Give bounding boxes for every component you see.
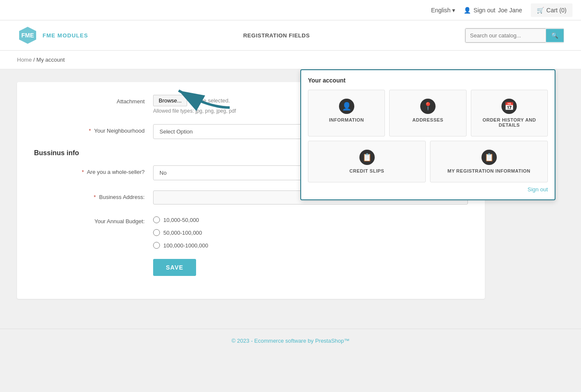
budget-radio-1[interactable] xyxy=(153,216,160,223)
registration-info-label: MY REGISTRATION INFORMATION xyxy=(447,168,530,173)
budget-label-2: 50,000-100,000 xyxy=(163,230,202,236)
dropdown-signout-link[interactable]: Sign out xyxy=(527,186,548,193)
file-name-label: No file selected. xyxy=(191,97,230,104)
budget-radio-3[interactable] xyxy=(153,242,160,249)
addresses-icon: 📍 xyxy=(420,99,436,114)
search-input[interactable] xyxy=(465,28,546,43)
account-item-credit-slips[interactable]: 📋 CREDIT SLIPS xyxy=(308,141,426,182)
signout-label: Sign out xyxy=(473,7,495,14)
budget-option-2[interactable]: 50,000-100,000 xyxy=(153,229,468,236)
dropdown-signout: Sign out xyxy=(308,182,548,193)
footer: © 2023 - Ecommerce software by PrestaSho… xyxy=(0,329,581,352)
attachment-label: Attachment xyxy=(34,95,153,105)
credit-slips-label: CREDIT SLIPS xyxy=(350,168,384,173)
account-grid-top: 👤 INFORMATION 📍 ADDRESSES 📅 ORDER HISTOR… xyxy=(308,90,548,136)
header: FME FME MODULES REGISTRATION FIELDS 🔍 xyxy=(0,20,581,51)
account-dropdown: Your account 👤 INFORMATION 📍 ADDRESSES 📅… xyxy=(300,69,555,200)
search-bar: 🔍 xyxy=(465,28,564,43)
budget-radio-2[interactable] xyxy=(153,229,160,236)
account-item-information[interactable]: 👤 INFORMATION xyxy=(308,90,385,136)
budget-label-1: 10,000-50,000 xyxy=(163,217,199,223)
user-icon: 👤 xyxy=(464,7,471,14)
language-selector[interactable]: English ▾ xyxy=(431,7,455,14)
addresses-label: ADDRESSES xyxy=(413,117,444,122)
footer-text: © 2023 - Ecommerce software by PrestaSho… xyxy=(231,338,350,344)
cart-icon: 🛒 xyxy=(537,7,544,14)
save-row: SAVE xyxy=(34,259,468,276)
main-content: Your account 👤 INFORMATION 📍 ADDRESSES 📅… xyxy=(0,69,581,312)
breadcrumb: Home / My account xyxy=(0,51,581,69)
registration-info-icon: 📋 xyxy=(481,150,497,165)
credit-slips-icon: 📋 xyxy=(359,150,375,165)
browse-button[interactable]: Browse... xyxy=(153,95,187,106)
save-button[interactable]: SAVE xyxy=(153,259,196,276)
nav-links: REGISTRATION FIELDS xyxy=(243,32,310,39)
annual-budget-control: 10,000-50,000 50,000-100,000 100,000-100… xyxy=(153,215,468,249)
budget-option-3[interactable]: 100,000-1000,000 xyxy=(153,242,468,249)
nav-registration-fields[interactable]: REGISTRATION FIELDS xyxy=(243,32,310,39)
account-item-order-history[interactable]: 📅 ORDER HISTORY AND DETAILS xyxy=(471,90,548,136)
search-button[interactable]: 🔍 xyxy=(546,29,564,42)
username-label: Joe Jane xyxy=(498,7,522,14)
signout-area[interactable]: 👤 Sign out Joe Jane xyxy=(464,7,522,14)
budget-option-1[interactable]: 10,000-50,000 xyxy=(153,216,468,223)
chevron-down-icon: ▾ xyxy=(452,7,455,14)
account-item-addresses[interactable]: 📍 ADDRESSES xyxy=(389,90,466,136)
budget-radio-group: 10,000-50,000 50,000-100,000 100,000-100… xyxy=(153,215,468,249)
annual-budget-row: Your Annual Budget: 10,000-50,000 50,000… xyxy=(34,215,468,249)
logo-icon: FME xyxy=(17,25,38,46)
logo-text: FME MODULES xyxy=(43,32,88,39)
budget-label-3: 100,000-1000,000 xyxy=(163,242,208,249)
svg-text:FME: FME xyxy=(21,32,34,39)
account-grid-bottom: 📋 CREDIT SLIPS 📋 MY REGISTRATION INFORMA… xyxy=(308,141,548,182)
topbar: English ▾ 👤 Sign out Joe Jane 🛒 Cart (0) xyxy=(0,0,581,20)
logo-area: FME FME MODULES xyxy=(17,25,88,46)
cart-label: Cart (0) xyxy=(547,7,567,14)
breadcrumb-separator: / xyxy=(33,57,36,63)
cart-button[interactable]: 🛒 Cart (0) xyxy=(531,3,572,17)
breadcrumb-home[interactable]: Home xyxy=(17,57,32,63)
annual-budget-label: Your Annual Budget: xyxy=(34,215,153,224)
business-address-label: * Business Address: xyxy=(34,190,153,200)
information-label: INFORMATION xyxy=(329,117,364,122)
order-history-label: ORDER HISTORY AND DETAILS xyxy=(476,117,543,128)
information-icon: 👤 xyxy=(339,99,354,114)
language-label: English xyxy=(431,7,450,14)
breadcrumb-current: My account xyxy=(37,57,65,63)
wholesaler-label: * Are you a whole-seller? xyxy=(34,165,153,175)
account-dropdown-title: Your account xyxy=(308,77,548,84)
neighbourhood-label: * Your Neighbourhood xyxy=(34,124,153,134)
account-item-registration-info[interactable]: 📋 MY REGISTRATION INFORMATION xyxy=(430,141,548,182)
order-history-icon: 📅 xyxy=(501,99,517,114)
